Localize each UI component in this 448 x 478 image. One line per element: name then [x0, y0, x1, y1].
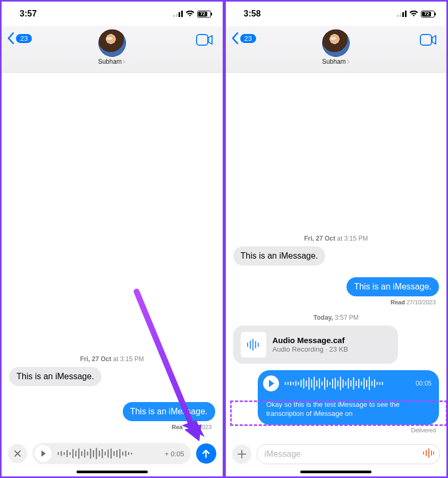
recording-duration: + 0:05	[165, 450, 184, 458]
play-audio-button[interactable]	[263, 375, 279, 391]
input-placeholder: iMessage	[265, 449, 301, 459]
chevron-left-icon	[231, 32, 239, 44]
cellular-icon	[173, 11, 183, 17]
svg-rect-3	[181, 11, 183, 17]
svg-rect-0	[173, 15, 175, 17]
svg-rect-4	[197, 35, 208, 45]
audio-composer: + 0:05	[2, 438, 223, 467]
svg-rect-36	[420, 35, 432, 45]
phone-left: 3:57 72 23 Subham Fri, 27 O	[2, 2, 224, 476]
svg-rect-2	[179, 12, 180, 17]
svg-rect-1	[176, 14, 177, 17]
voice-record-button[interactable]	[422, 448, 434, 460]
contact-name-label: Subham	[322, 58, 346, 65]
timestamp: Fri, 27 Oct at 3:15 PM	[9, 355, 215, 363]
soundwave-icon	[422, 448, 434, 458]
cellular-icon	[397, 11, 407, 17]
video-icon	[420, 33, 437, 46]
status-icons: 72	[397, 11, 435, 18]
timestamp-today: Today, 3:57 PM	[233, 314, 439, 321]
nav-header: 23 Subham	[2, 26, 223, 73]
outgoing-audio-message[interactable]: 00:05 Okay so this is the test iMessage …	[258, 370, 439, 425]
svg-rect-32	[397, 15, 399, 17]
timestamp: Fri, 27 Oct at 3:15 PM	[233, 235, 439, 242]
close-icon	[13, 449, 22, 458]
home-indicator[interactable]	[300, 471, 371, 473]
text-composer: iMessage	[226, 439, 447, 467]
contact-name-label: Subham	[98, 58, 122, 65]
read-receipt: Read 27/10/2023	[391, 299, 436, 305]
send-button[interactable]	[196, 443, 216, 464]
plus-icon	[237, 449, 247, 459]
play-icon	[41, 450, 46, 457]
audio-duration: 00:05	[416, 380, 432, 387]
outgoing-message[interactable]: This is an iMessage.	[123, 402, 215, 421]
status-time: 3:57	[20, 9, 37, 19]
status-icons: 72	[173, 11, 211, 18]
cancel-recording-button[interactable]	[8, 444, 27, 463]
avatar	[322, 29, 350, 57]
svg-rect-35	[405, 11, 407, 17]
contact-header[interactable]: Subham	[98, 29, 126, 65]
svg-rect-34	[402, 12, 404, 17]
chevron-left-icon	[7, 32, 15, 44]
chevron-right-icon	[122, 59, 126, 64]
unread-badge: 23	[16, 34, 32, 43]
read-receipt: Rea 0/2023	[172, 424, 212, 430]
unread-badge: 23	[240, 34, 256, 43]
message-input[interactable]: iMessage	[257, 444, 441, 464]
battery-indicator: 72	[421, 11, 435, 18]
waveform-icon	[246, 339, 261, 351]
nav-header: 23 Subham	[226, 26, 447, 73]
status-time: 3:58	[244, 9, 261, 19]
facetime-button[interactable]	[196, 33, 213, 48]
conversation-body: Fri, 27 Oct at 3:15 PM This is an iMessa…	[226, 73, 447, 439]
facetime-button[interactable]	[420, 33, 437, 48]
wifi-icon	[185, 11, 195, 17]
waveform-icon	[57, 448, 159, 459]
delivered-receipt: Delivered	[411, 427, 436, 433]
chevron-right-icon	[346, 59, 350, 64]
file-thumbnail	[241, 332, 266, 357]
arrow-up-icon	[201, 449, 210, 458]
contact-header[interactable]: Subham	[322, 29, 350, 65]
battery-indicator: 72	[197, 11, 211, 18]
avatar	[98, 29, 126, 57]
home-indicator[interactable]	[77, 471, 148, 473]
outgoing-message[interactable]: This is an iMessage.	[346, 277, 439, 296]
play-preview-button[interactable]	[35, 445, 52, 462]
status-bar: 3:58 72	[226, 2, 447, 26]
incoming-message[interactable]: This is an iMessage.	[9, 367, 102, 386]
back-button[interactable]: 23	[231, 32, 256, 44]
waveform-icon	[284, 376, 410, 391]
conversation-body: Fri, 27 Oct at 3:15 PM This is an iMessa…	[2, 73, 223, 438]
audio-attachment-card[interactable]: Audio Message.caf Audio Recording · 23 K…	[233, 326, 398, 364]
play-icon	[268, 380, 275, 387]
wifi-icon	[409, 11, 418, 17]
audio-preview-pill[interactable]: + 0:05	[32, 443, 191, 464]
audio-transcript: Okay so this is the test iMessage to see…	[258, 397, 439, 425]
add-attachment-button[interactable]	[232, 445, 251, 464]
svg-rect-33	[400, 14, 401, 17]
attachment-subtitle: Audio Recording · 23 KB	[273, 345, 348, 353]
phone-right: 3:58 72 23 Subham Fri, 27 O	[224, 2, 447, 476]
back-button[interactable]: 23	[7, 32, 32, 44]
attachment-title: Audio Message.caf	[273, 336, 348, 345]
video-icon	[196, 33, 213, 46]
status-bar: 3:57 72	[2, 2, 223, 26]
incoming-message[interactable]: This is an iMessage.	[233, 246, 326, 266]
